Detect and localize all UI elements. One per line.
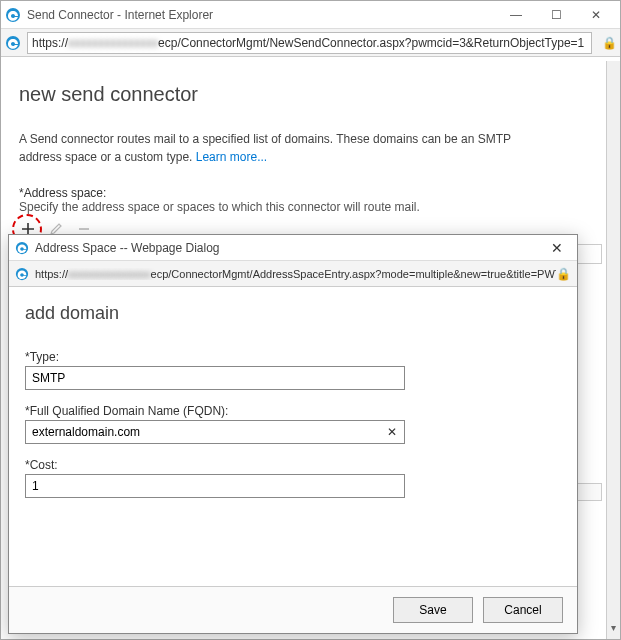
fqdn-input[interactable] (25, 420, 405, 444)
lock-icon: 🔒 (556, 267, 571, 281)
ie-icon (15, 267, 29, 281)
learn-more-link[interactable]: Learn more... (196, 150, 267, 164)
cancel-button[interactable]: Cancel (483, 597, 563, 623)
window-close-button[interactable]: ✕ (576, 3, 616, 27)
window-maximize-button[interactable]: ☐ (536, 3, 576, 27)
window-minimize-button[interactable]: — (496, 3, 536, 27)
type-input[interactable] (25, 366, 405, 390)
chevron-down-icon[interactable]: ▾ (611, 622, 616, 633)
dialog-footer: Save Cancel (9, 586, 577, 633)
type-label: *Type: (25, 350, 561, 364)
address-space-dialog: Address Space -- Webpage Dialog ✕ https:… (8, 234, 578, 634)
fqdn-label: *Full Qualified Domain Name (FQDN): (25, 404, 561, 418)
address-space-label: *Address space: (19, 186, 602, 200)
dialog-heading: add domain (25, 303, 561, 324)
dialog-body: add domain *Type: *Full Qualified Domain… (9, 287, 577, 586)
dialog-close-button[interactable]: ✕ (543, 240, 571, 256)
dialog-titlebar: Address Space -- Webpage Dialog ✕ (9, 235, 577, 261)
cost-input[interactable] (25, 474, 405, 498)
parent-url-field[interactable]: https://xxxxxxxxxxxxxxxecp/ConnectorMgmt… (27, 32, 592, 54)
dialog-url-field[interactable]: https://xxxxxxxxxxxxxxxecp/ConnectorMgmt… (35, 268, 556, 280)
right-sidebar-edge: ▾ (606, 61, 620, 639)
dialog-address-bar: https://xxxxxxxxxxxxxxxecp/ConnectorMgmt… (9, 261, 577, 287)
cost-label: *Cost: (25, 458, 561, 472)
parent-window-title: Send Connector - Internet Explorer (27, 8, 496, 22)
parent-address-bar: https://xxxxxxxxxxxxxxxecp/ConnectorMgmt… (1, 29, 620, 57)
save-button[interactable]: Save (393, 597, 473, 623)
clear-input-button[interactable]: ✕ (383, 423, 401, 441)
page-description: A Send connector routes mail to a specif… (19, 130, 539, 166)
ie-icon (15, 241, 29, 255)
address-space-sublabel: Specify the address space or spaces to w… (19, 200, 602, 214)
lock-icon: 🔒 (602, 36, 616, 50)
dialog-title: Address Space -- Webpage Dialog (35, 241, 543, 255)
page-title: new send connector (19, 83, 602, 106)
parent-titlebar: Send Connector - Internet Explorer — ☐ ✕ (1, 1, 620, 29)
ie-icon (5, 7, 27, 23)
ie-icon (5, 35, 21, 51)
